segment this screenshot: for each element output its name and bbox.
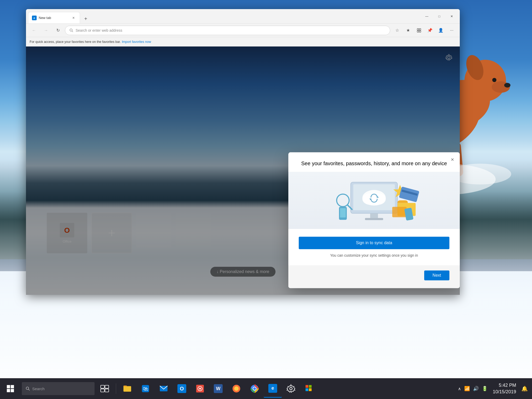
favorites-bar: For quick access, place your favorites h… (26, 37, 460, 46)
store-icon: 🛍 (141, 384, 150, 393)
edge-button[interactable]: e (264, 380, 282, 398)
navigation-bar: ← → ↻ Search or enter web address ☆ ★ (26, 24, 460, 37)
notification-icon[interactable]: 🔔 (521, 385, 528, 392)
svg-rect-68 (305, 388, 308, 391)
svg-rect-36 (340, 208, 346, 217)
minimize-button[interactable]: — (421, 12, 433, 21)
svg-rect-52 (105, 389, 109, 392)
firefox-button[interactable] (227, 380, 245, 398)
import-favorites-link[interactable]: Import favorites now (122, 40, 151, 44)
svg-point-30 (370, 193, 386, 205)
svg-line-14 (72, 31, 73, 32)
word-button[interactable]: W (209, 380, 227, 398)
svg-rect-18 (419, 31, 421, 32)
address-bar[interactable]: Search or enter web address (65, 26, 390, 35)
more-button[interactable]: ··· (447, 25, 457, 35)
photos-button[interactable] (191, 380, 209, 398)
chrome-icon (250, 384, 259, 393)
reading-list-button[interactable]: ★ (403, 25, 413, 35)
taskbar-search-icon (25, 386, 30, 391)
store2-icon (304, 384, 314, 393)
svg-rect-49 (101, 385, 104, 388)
sign-in-label: Sign in to sync data (356, 241, 392, 245)
svg-rect-43 (7, 385, 10, 388)
tab-favicon: e (32, 16, 37, 20)
modal-overlay: ✕ See your favorites, passwords, history… (26, 46, 460, 295)
svg-line-48 (28, 389, 30, 390)
network-icon[interactable]: 📶 (464, 386, 470, 391)
taskbar-search[interactable]: Search (22, 382, 95, 395)
file-explorer-icon (123, 384, 132, 393)
taskbar: Search 🛍 (0, 378, 532, 399)
svg-point-5 (492, 78, 496, 82)
photos-icon (195, 384, 205, 393)
browser-content: O Office ↓ Personalized (26, 46, 460, 295)
title-bar: e New tab ✕ + — □ ✕ (26, 9, 460, 24)
tab-close-button[interactable]: ✕ (71, 15, 76, 21)
store-button[interactable]: 🛍 (136, 380, 155, 398)
svg-rect-67 (309, 385, 312, 388)
svg-rect-69 (309, 388, 312, 391)
svg-rect-45 (7, 389, 10, 392)
chrome-button[interactable] (245, 380, 264, 398)
profile-button[interactable]: 👤 (436, 25, 446, 35)
svg-rect-50 (105, 385, 109, 388)
tab-title: New tab (39, 16, 69, 20)
modal-illustration (288, 172, 460, 229)
close-button[interactable]: ✕ (446, 12, 458, 21)
windows-icon (6, 385, 14, 393)
window-controls: — □ ✕ (421, 12, 458, 21)
svg-point-65 (290, 387, 292, 390)
next-button[interactable]: Next (424, 270, 449, 280)
maximize-button[interactable]: □ (433, 12, 445, 21)
task-view-icon (100, 384, 109, 393)
favorites-star-button[interactable]: ☆ (392, 25, 402, 35)
taskbar-search-placeholder: Search (32, 387, 45, 391)
mail-icon (159, 384, 168, 393)
favorites-bar-text: For quick access, place your favorites h… (30, 40, 121, 44)
battery-icon[interactable]: 🔋 (482, 386, 488, 391)
settings-icon (286, 384, 296, 393)
clock-time: 5:42 PM (493, 382, 516, 389)
svg-point-4 (504, 83, 510, 88)
edge-icon: e (268, 384, 277, 393)
svg-rect-51 (101, 389, 104, 392)
svg-rect-16 (419, 29, 421, 30)
collections-icon (417, 28, 421, 33)
modal-close-button[interactable]: ✕ (448, 156, 456, 164)
sync-modal: ✕ See your favorites, passwords, history… (288, 152, 460, 288)
nav-actions: ☆ ★ 📌 👤 ··· (392, 25, 457, 35)
modal-footer: Next (288, 265, 460, 288)
settings-app-button[interactable] (282, 380, 300, 398)
search-icon (69, 28, 74, 32)
svg-point-61 (234, 387, 239, 391)
outlook-button[interactable]: O (173, 380, 191, 398)
svg-rect-27 (365, 218, 383, 220)
task-view-button[interactable] (96, 380, 114, 398)
svg-rect-17 (417, 31, 419, 32)
svg-rect-44 (11, 385, 14, 388)
collections-button[interactable] (414, 25, 424, 35)
chevron-up-icon[interactable]: ∧ (458, 386, 461, 391)
new-tab-button[interactable]: + (81, 14, 90, 23)
sign-in-button[interactable]: Sign in to sync data (299, 237, 449, 249)
clock[interactable]: 5:42 PM 10/15/2019 (490, 382, 519, 395)
store2-button[interactable] (300, 380, 318, 398)
customize-sync-text: You can customize your sync settings onc… (299, 253, 449, 257)
back-button[interactable]: ← (29, 25, 39, 35)
modal-header: See your favorites, passwords, history, … (288, 152, 460, 167)
start-button[interactable] (0, 378, 21, 399)
refresh-button[interactable]: ↻ (53, 25, 63, 35)
forward-button[interactable]: → (41, 25, 51, 35)
file-explorer-button[interactable] (118, 380, 136, 398)
svg-rect-26 (370, 213, 378, 218)
svg-point-59 (199, 388, 201, 389)
modal-body: Sign in to sync data You can customize y… (288, 229, 460, 265)
pin-button[interactable]: 📌 (425, 25, 435, 35)
active-tab[interactable]: e New tab ✕ (28, 12, 80, 23)
volume-icon[interactable]: 🔊 (473, 386, 479, 391)
next-label: Next (433, 273, 441, 277)
word-icon: W (214, 384, 223, 393)
firefox-icon (232, 384, 241, 393)
mail-button[interactable] (155, 380, 173, 398)
